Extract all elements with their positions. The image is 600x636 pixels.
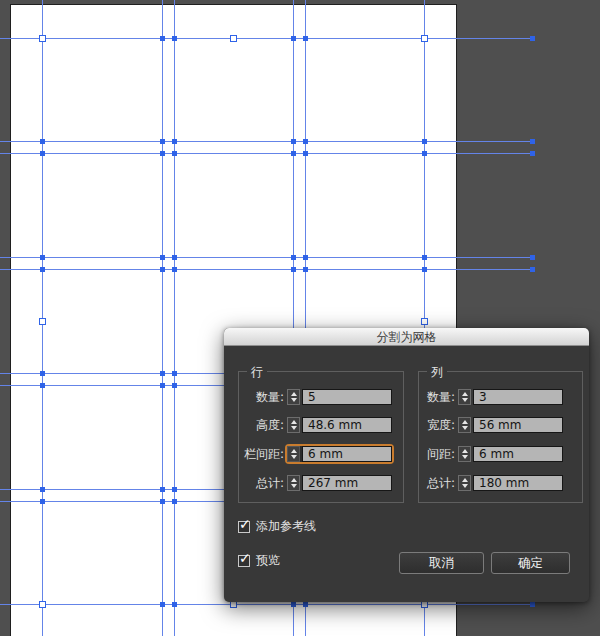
- guide-anchor: [291, 151, 296, 156]
- guide-anchor: [40, 499, 45, 504]
- stepper-up-icon[interactable]: [462, 392, 468, 396]
- row-count-stepper[interactable]: [287, 389, 300, 405]
- stepper-up-icon[interactable]: [291, 392, 297, 396]
- selection-handle[interactable]: [230, 35, 237, 42]
- col-total-input[interactable]: 180 mm: [473, 475, 563, 491]
- stepper-down-icon[interactable]: [291, 426, 297, 430]
- add-guides-label: 添加参考线: [256, 518, 316, 535]
- guide-anchor: [40, 371, 45, 376]
- guide-anchor: [172, 499, 177, 504]
- field-label: 总计:: [235, 475, 284, 492]
- guide-anchor: [303, 267, 308, 272]
- guide-anchor: [172, 36, 177, 41]
- guide-anchor: [160, 139, 165, 144]
- horizontal-guide[interactable]: [0, 604, 532, 605]
- stepper-down-icon[interactable]: [291, 484, 297, 488]
- horizontal-guide[interactable]: [0, 141, 532, 142]
- guide-anchor: [530, 36, 535, 41]
- vertical-guide[interactable]: [174, 0, 175, 636]
- row-height-input[interactable]: 48.6 mm: [302, 417, 392, 433]
- stepper-down-icon[interactable]: [462, 484, 468, 488]
- field-label: 总计:: [406, 475, 455, 492]
- add-guides-checkbox[interactable]: ✓: [238, 521, 250, 533]
- col-count-stepper[interactable]: [458, 389, 471, 405]
- stepper-up-icon[interactable]: [462, 449, 468, 453]
- guide-anchor: [291, 602, 296, 607]
- row-total-input[interactable]: 267 mm: [302, 475, 392, 491]
- guide-anchor: [172, 371, 177, 376]
- row-gutter-input[interactable]: 6 mm: [302, 446, 392, 462]
- horizontal-guide[interactable]: [0, 38, 532, 39]
- selection-handle[interactable]: [421, 601, 428, 608]
- guide-anchor: [530, 139, 535, 144]
- guide-anchor: [291, 139, 296, 144]
- row-gutter-stepper[interactable]: [287, 446, 300, 462]
- row-group-label: 行: [247, 364, 267, 381]
- guide-anchor: [172, 267, 177, 272]
- col-width-input[interactable]: 56 mm: [473, 417, 563, 433]
- stepper-up-icon[interactable]: [462, 420, 468, 424]
- selection-handle[interactable]: [39, 318, 46, 325]
- column-group-label: 列: [427, 364, 447, 381]
- stepper-up-icon[interactable]: [291, 449, 297, 453]
- col-total-stepper[interactable]: [458, 475, 471, 491]
- row-count-input[interactable]: 5: [302, 389, 392, 405]
- guide-anchor: [172, 255, 177, 260]
- guide-anchor: [291, 36, 296, 41]
- guide-anchor: [160, 383, 165, 388]
- guide-anchor: [303, 255, 308, 260]
- guide-anchor: [160, 602, 165, 607]
- dialog-titlebar[interactable]: 分割为网格: [224, 328, 589, 346]
- add-guides-option[interactable]: ✓ 添加参考线: [238, 518, 316, 535]
- guide-anchor: [172, 487, 177, 492]
- row-height-field: 高度: 48.6 mm: [235, 417, 392, 433]
- stepper-up-icon[interactable]: [291, 420, 297, 424]
- guide-anchor: [160, 371, 165, 376]
- guide-anchor: [160, 36, 165, 41]
- guide-anchor: [422, 255, 427, 260]
- row-height-stepper[interactable]: [287, 417, 300, 433]
- vertical-guide[interactable]: [162, 0, 163, 636]
- field-label: 间距:: [406, 446, 455, 463]
- guide-anchor: [530, 267, 535, 272]
- guide-anchor: [160, 499, 165, 504]
- col-count-input[interactable]: 3: [473, 389, 563, 405]
- horizontal-guide[interactable]: [0, 257, 532, 258]
- guide-anchor: [303, 36, 308, 41]
- guide-anchor: [172, 602, 177, 607]
- stepper-down-icon[interactable]: [462, 426, 468, 430]
- stepper-down-icon[interactable]: [291, 398, 297, 402]
- guide-anchor: [291, 267, 296, 272]
- stepper-down-icon[interactable]: [291, 455, 297, 459]
- guide-anchor: [530, 255, 535, 260]
- row-count-field: 数量: 5: [235, 389, 392, 405]
- stepper-down-icon[interactable]: [462, 455, 468, 459]
- stepper-down-icon[interactable]: [462, 398, 468, 402]
- selection-handle[interactable]: [421, 318, 428, 325]
- col-gutter-input[interactable]: 6 mm: [473, 446, 563, 462]
- guide-anchor: [303, 151, 308, 156]
- col-width-stepper[interactable]: [458, 417, 471, 433]
- ok-button[interactable]: 确定: [491, 552, 570, 574]
- guide-anchor: [422, 151, 427, 156]
- guide-anchor: [40, 255, 45, 260]
- row-total-stepper[interactable]: [287, 475, 300, 491]
- preview-option[interactable]: ✓ 预览: [238, 552, 280, 569]
- selection-handle[interactable]: [421, 35, 428, 42]
- selection-handle[interactable]: [39, 35, 46, 42]
- horizontal-guide[interactable]: [0, 153, 532, 154]
- stepper-up-icon[interactable]: [291, 478, 297, 482]
- stepper-up-icon[interactable]: [462, 478, 468, 482]
- guide-anchor: [172, 151, 177, 156]
- selection-handle[interactable]: [39, 601, 46, 608]
- cancel-button[interactable]: 取消: [399, 552, 484, 574]
- row-gutter-field: 栏间距: 6 mm: [235, 446, 392, 462]
- split-into-grid-dialog: 分割为网格 行 数量: 5 高度: 48.6 mm 栏间距: 6 mm 总计: …: [224, 328, 589, 602]
- preview-checkbox[interactable]: ✓: [238, 555, 250, 567]
- check-icon: ✓: [239, 517, 251, 531]
- col-gutter-stepper[interactable]: [458, 446, 471, 462]
- col-width-field: 宽度: 56 mm: [406, 417, 563, 433]
- horizontal-guide[interactable]: [0, 269, 532, 270]
- selection-handle[interactable]: [230, 601, 237, 608]
- guide-anchor: [530, 602, 535, 607]
